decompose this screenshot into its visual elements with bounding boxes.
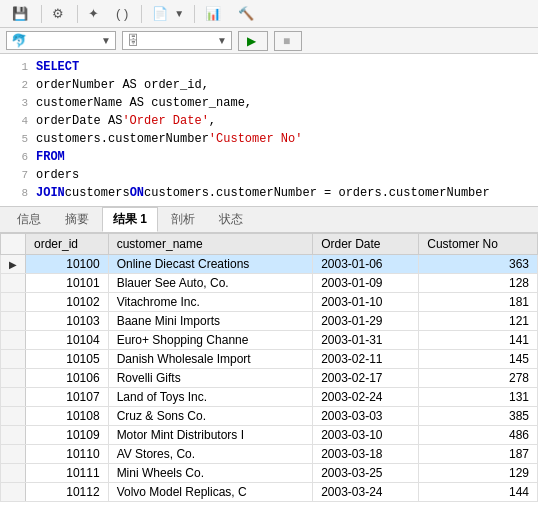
customer-name-cell: Mini Wheels Co.	[108, 464, 313, 483]
order-date-cell: 2003-03-24	[313, 483, 419, 502]
code-editor[interactable]: 1SELECT2 orderNumber AS order_id,3 custo…	[0, 54, 538, 207]
table-row[interactable]: 10104Euro+ Shopping Channe2003-01-31141	[1, 331, 538, 350]
row-indicator	[1, 369, 26, 388]
order-date-cell: 2003-01-31	[313, 331, 419, 350]
customer-name-cell: Vitachrome Inc.	[108, 293, 313, 312]
table-row[interactable]: 10110AV Stores, Co.2003-03-18187	[1, 445, 538, 464]
main-content: 1SELECT2 orderNumber AS order_id,3 custo…	[0, 54, 538, 524]
order-id-cell: 10108	[26, 407, 109, 426]
customer-name-cell: Danish Wholesale Import	[108, 350, 313, 369]
line-number: 1	[4, 58, 28, 76]
table-row[interactable]: ▶10100Online Diecast Creations2003-01-06…	[1, 255, 538, 274]
table-row[interactable]: 10109Motor Mint Distributors I2003-03-10…	[1, 426, 538, 445]
separator-3	[141, 5, 142, 23]
code-snippet-button[interactable]: ( )	[110, 4, 137, 23]
row-indicator	[1, 445, 26, 464]
customer-no-cell: 187	[419, 445, 538, 464]
query-tool-button[interactable]: ⚙	[46, 4, 73, 23]
customer-no-cell: 128	[419, 274, 538, 293]
row-indicator	[1, 407, 26, 426]
text-button[interactable]: 📄 ▼	[146, 4, 190, 23]
table-row[interactable]: 10108Cruz & Sons Co.2003-03-03385	[1, 407, 538, 426]
column-header-customer_name[interactable]: customer_name	[108, 234, 313, 255]
customer-no-cell: 129	[419, 464, 538, 483]
mysql-icon: 🐬	[11, 33, 27, 48]
order-date-cell: 2003-02-11	[313, 350, 419, 369]
keyword: ON	[130, 184, 144, 202]
save-button[interactable]: 💾	[6, 4, 37, 23]
customer-no-cell: 278	[419, 369, 538, 388]
customer-no-cell: 144	[419, 483, 538, 502]
customer-name-cell: Motor Mint Distributors I	[108, 426, 313, 445]
results-area[interactable]: order_idcustomer_nameOrder DateCustomer …	[0, 233, 538, 524]
db-name-selector[interactable]: 🗄 ▼	[122, 31, 232, 50]
export-button[interactable]: 📊	[199, 4, 230, 23]
beautify-icon: ✦	[88, 6, 99, 21]
string-literal: 'Order Date'	[122, 112, 208, 130]
customer-name-cell: Baane Mini Imports	[108, 312, 313, 331]
separator-4	[194, 5, 195, 23]
keyword: SELECT	[36, 58, 79, 76]
code-line: 5 customers.customerNumber 'Customer No'	[0, 130, 538, 148]
create-button[interactable]: 🔨	[232, 4, 263, 23]
code-token: ,	[209, 112, 216, 130]
stop-button[interactable]: ■	[274, 31, 302, 51]
tab-信息[interactable]: 信息	[6, 207, 52, 232]
run-icon: ▶	[247, 34, 256, 48]
tab-结果-1[interactable]: 结果 1	[102, 207, 158, 232]
order-id-cell: 10103	[26, 312, 109, 331]
row-indicator-header	[1, 234, 26, 255]
order-id-cell: 10107	[26, 388, 109, 407]
string-literal: 'Customer No'	[209, 130, 303, 148]
customer-no-cell: 181	[419, 293, 538, 312]
run-button[interactable]: ▶	[238, 31, 268, 51]
line-number: 8	[4, 184, 28, 202]
stop-icon: ■	[283, 34, 290, 48]
table-row[interactable]: 10103Baane Mini Imports2003-01-29121	[1, 312, 538, 331]
order-date-cell: 2003-01-09	[313, 274, 419, 293]
code-token: customerName AS customer_name,	[36, 94, 252, 112]
customer-name-cell: Cruz & Sons Co.	[108, 407, 313, 426]
table-row[interactable]: 10106Rovelli Gifts2003-02-17278	[1, 369, 538, 388]
save-icon: 💾	[12, 6, 28, 21]
beautify-button[interactable]: ✦	[82, 4, 108, 23]
column-header-order_id[interactable]: order_id	[26, 234, 109, 255]
customer-name-cell: Volvo Model Replicas, C	[108, 483, 313, 502]
db-type-arrow: ▼	[101, 35, 111, 46]
code-icon: ( )	[116, 6, 128, 21]
code-token: orderDate AS	[36, 112, 122, 130]
table-row[interactable]: 10101Blauer See Auto, Co.2003-01-09128	[1, 274, 538, 293]
db-type-selector[interactable]: 🐬 ▼	[6, 31, 116, 50]
table-row[interactable]: 10105Danish Wholesale Import2003-02-1114…	[1, 350, 538, 369]
table-row[interactable]: 10111Mini Wheels Co.2003-03-25129	[1, 464, 538, 483]
row-indicator	[1, 426, 26, 445]
text-icon: 📄	[152, 6, 168, 21]
code-line: 6FROM	[0, 148, 538, 166]
column-header-customer-no[interactable]: Customer No	[419, 234, 538, 255]
order-date-cell: 2003-03-03	[313, 407, 419, 426]
tab-剖析[interactable]: 剖析	[160, 207, 206, 232]
customer-name-cell: AV Stores, Co.	[108, 445, 313, 464]
row-indicator	[1, 312, 26, 331]
code-line: 7 orders	[0, 166, 538, 184]
table-row[interactable]: 10102Vitachrome Inc.2003-01-10181	[1, 293, 538, 312]
column-header-order-date[interactable]: Order Date	[313, 234, 419, 255]
line-number: 4	[4, 112, 28, 130]
db-name-arrow: ▼	[217, 35, 227, 46]
table-row[interactable]: 10112Volvo Model Replicas, C2003-03-2414…	[1, 483, 538, 502]
connection-bar: 🐬 ▼ 🗄 ▼ ▶ ■	[0, 28, 538, 54]
customer-no-cell: 141	[419, 331, 538, 350]
keyword: FROM	[36, 148, 65, 166]
separator-2	[77, 5, 78, 23]
order-date-cell: 2003-02-17	[313, 369, 419, 388]
table-row[interactable]: 10107Land of Toys Inc.2003-02-24131	[1, 388, 538, 407]
order-id-cell: 10110	[26, 445, 109, 464]
code-line: 2 orderNumber AS order_id,	[0, 76, 538, 94]
row-indicator	[1, 293, 26, 312]
row-indicator	[1, 388, 26, 407]
customer-name-cell: Blauer See Auto, Co.	[108, 274, 313, 293]
toolbar: 💾 ⚙ ✦ ( ) 📄 ▼ 📊 🔨	[0, 0, 538, 28]
tab-状态[interactable]: 状态	[208, 207, 254, 232]
customer-no-cell: 363	[419, 255, 538, 274]
tab-摘要[interactable]: 摘要	[54, 207, 100, 232]
